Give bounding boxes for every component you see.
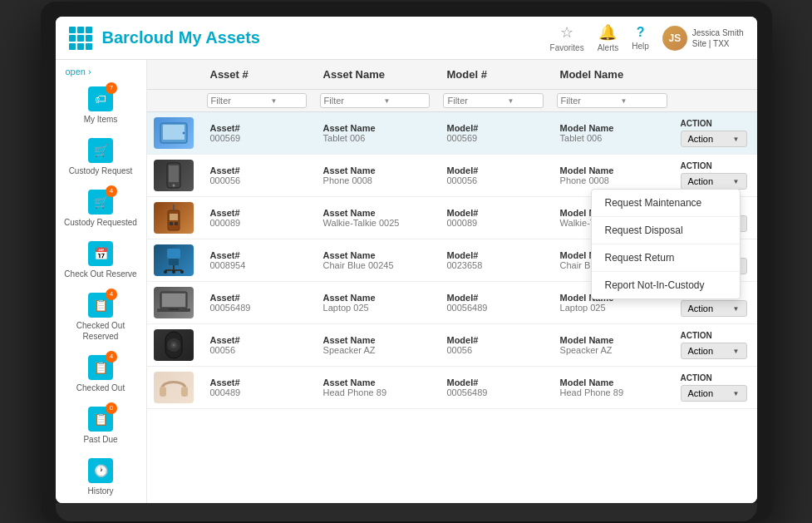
asset-name-value: Tablet 006: [323, 133, 427, 143]
asset-num-cell: Asset# 00056: [200, 324, 313, 367]
sidebar-item-history[interactable]: 🕐 History: [56, 451, 146, 503]
model-num-cell: Model# 000569: [436, 112, 549, 155]
model-num-cell: Model# 000089: [436, 197, 549, 239]
sidebar-item-label: History: [87, 486, 113, 496]
user-role: Site | TXX: [692, 38, 744, 49]
favorites-nav[interactable]: ☆ Favorites: [550, 23, 584, 52]
dropdown-item-not-in-custody[interactable]: Report Not-In-Custody: [592, 272, 740, 299]
table-header-row: Asset # Asset Name Model # Model Name: [147, 60, 757, 90]
asset-num-value: 00056: [210, 345, 303, 355]
action-button[interactable]: Action ▼: [681, 173, 747, 190]
filter-asset-num-cell: ▼: [200, 90, 313, 112]
custody-request-icon: 🛒: [88, 138, 113, 163]
filter-model-name-cell: ▼: [550, 90, 674, 112]
asset-name-cell: Asset Name Phone 0008: [313, 155, 437, 197]
action-btn-arrow: ▼: [733, 348, 740, 355]
sidebar-item-label: Custody Requested: [64, 217, 137, 228]
user-name: Jessica Smith: [692, 27, 744, 38]
sidebar-item-custody-request[interactable]: 🛒 Custody Request: [56, 131, 146, 183]
filter-asset-name-input[interactable]: [324, 96, 382, 106]
star-icon: ☆: [560, 23, 573, 42]
svg-rect-12: [169, 259, 179, 265]
filter-asset-name-wrap: ▼: [320, 93, 431, 108]
asset-img-cell: [147, 112, 200, 155]
table-row: Asset# 000569 Asset Name Tablet 006 Mode…: [147, 112, 757, 155]
svg-rect-9: [170, 222, 173, 225]
model-name-cell: Model Name Speacker AZ: [550, 324, 674, 367]
model-name-label: Model Name: [560, 165, 664, 175]
filter-asset-num-arrow: ▼: [271, 97, 278, 105]
action-btn-label: Action: [688, 388, 714, 398]
model-name-cell: Model Name Tablet 006: [550, 112, 674, 155]
asset-image-headphone: [154, 372, 194, 403]
filter-model-num-arrow: ▼: [507, 97, 514, 105]
sidebar: open 🏷 7 My Items 🛒 Custody Request: [56, 60, 147, 503]
asset-name-value: Walkie-Talkie 0025: [323, 218, 427, 228]
asset-name-value: Chair Blue 00245: [323, 260, 427, 270]
checkout-reserve-icon: 📅: [88, 241, 113, 266]
favorites-label: Favorites: [550, 43, 584, 52]
model-name-label: Model Name: [560, 123, 664, 133]
asset-name-cell: Asset Name Head Phone 89: [313, 367, 437, 409]
action-button[interactable]: Action ▼: [681, 343, 747, 359]
asset-num-label: Asset#: [210, 377, 303, 387]
action-button[interactable]: Action ▼: [681, 300, 747, 317]
asset-num-value: 00056489: [210, 303, 303, 313]
sidebar-item-label: Checked Out: [76, 382, 125, 393]
table-row: Asset# 000489 Asset Name Head Phone 89 M…: [147, 367, 757, 409]
checked-out-reserved-icon-wrap: 📋 4: [88, 293, 113, 318]
history-icon: 🕐: [88, 458, 113, 483]
action-button[interactable]: Action ▼: [681, 385, 747, 402]
dropdown-item-return[interactable]: Request Return: [592, 244, 740, 272]
sidebar-item-label: Checked Out Reserved: [59, 320, 143, 342]
action-button[interactable]: Action ▼: [681, 131, 747, 147]
filter-model-num-input[interactable]: [447, 96, 505, 106]
dropdown-item-maintenance[interactable]: Request Maintenance: [592, 190, 740, 217]
sidebar-item-checkout-reserve[interactable]: 📅 Check Out Reserve: [56, 234, 146, 286]
alerts-nav[interactable]: 🔔 Alerts: [598, 23, 619, 52]
sidebar-item-checked-out-reserved[interactable]: 📋 4 Checked Out Reserved: [56, 286, 146, 348]
svg-point-16: [180, 270, 184, 274]
dropdown-item-disposal[interactable]: Request Disposal: [592, 217, 740, 244]
filter-row: ▼ ▼: [147, 90, 757, 112]
help-nav[interactable]: ? Help: [632, 25, 649, 51]
asset-num-label: Asset#: [210, 250, 303, 260]
action-label: ACTION: [681, 161, 750, 170]
svg-point-2: [182, 132, 185, 135]
svg-point-15: [164, 270, 167, 274]
action-cell: ACTION Action ▼: [674, 112, 757, 155]
model-num-label: Model#: [446, 293, 539, 303]
model-num-cell: Model# 0023658: [436, 239, 549, 282]
sidebar-open-toggle[interactable]: open: [56, 63, 146, 80]
asset-num-label: Asset#: [210, 293, 303, 303]
sidebar-item-checked-out[interactable]: 📋 4 Checked Out: [56, 348, 146, 400]
action-btn-arrow: ▼: [733, 390, 740, 397]
checked-out-icon-wrap: 📋 4: [88, 355, 113, 380]
table-row: Asset# 00056 Asset Name Speacker AZ Mode…: [147, 324, 757, 367]
action-btn-label: Action: [688, 134, 714, 144]
sidebar-item-label: Check Out Reserve: [64, 269, 136, 279]
past-due-badge: 0: [106, 402, 117, 414]
past-due-icon-wrap: 📋 0: [88, 407, 113, 432]
action-btn-arrow: ▼: [733, 136, 740, 143]
sidebar-item-label: Custody Request: [69, 165, 133, 176]
alerts-label: Alerts: [598, 43, 619, 52]
asset-name-value: Laptop 025: [323, 303, 427, 313]
app-title: Barcloud My Assets: [102, 28, 550, 47]
model-num-value: 00056: [446, 345, 539, 355]
asset-name-label: Asset Name: [323, 250, 427, 260]
col-asset-num: Asset #: [200, 60, 313, 90]
action-cell: ACTION Action ▼: [674, 324, 757, 367]
filter-img-cell: [147, 90, 200, 112]
filter-model-name-input[interactable]: [561, 96, 619, 106]
user-menu[interactable]: JS Jessica Smith Site | TXX: [662, 26, 744, 51]
model-num-value: 000056: [446, 175, 539, 185]
filter-asset-num-input[interactable]: [211, 96, 269, 106]
svg-rect-26: [160, 387, 166, 397]
asset-image-speaker: [154, 329, 194, 361]
sidebar-item-past-due[interactable]: 📋 0 Past Due: [56, 400, 146, 451]
sidebar-item-my-items[interactable]: 🏷 7 My Items: [56, 80, 146, 131]
filter-model-name-wrap: ▼: [557, 93, 667, 108]
action-btn-label: Action: [688, 346, 714, 356]
sidebar-item-custody-requested[interactable]: 🛒 4 Custody Requested: [56, 183, 146, 234]
